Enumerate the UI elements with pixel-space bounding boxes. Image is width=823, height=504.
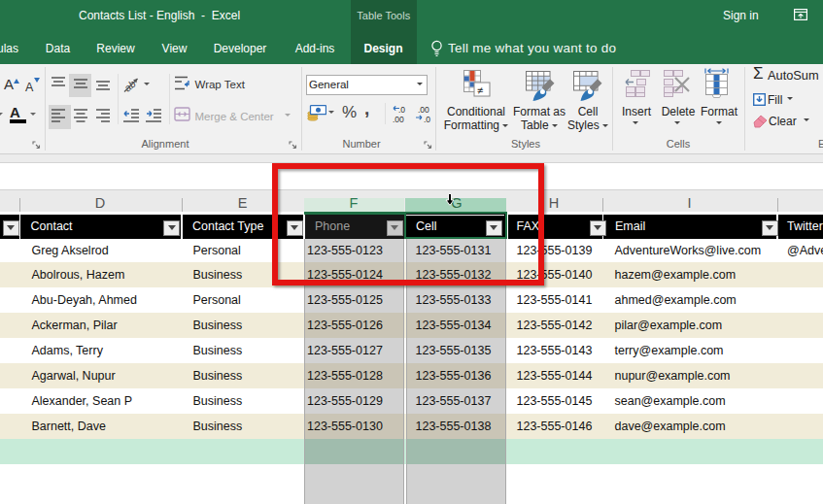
svg-text:.0: .0 [424,115,430,124]
svg-text:.00: .00 [418,105,429,115]
svg-text:.0: .0 [398,105,405,115]
svg-text:≠: ≠ [477,84,483,96]
svg-text:.00: .00 [393,115,404,124]
